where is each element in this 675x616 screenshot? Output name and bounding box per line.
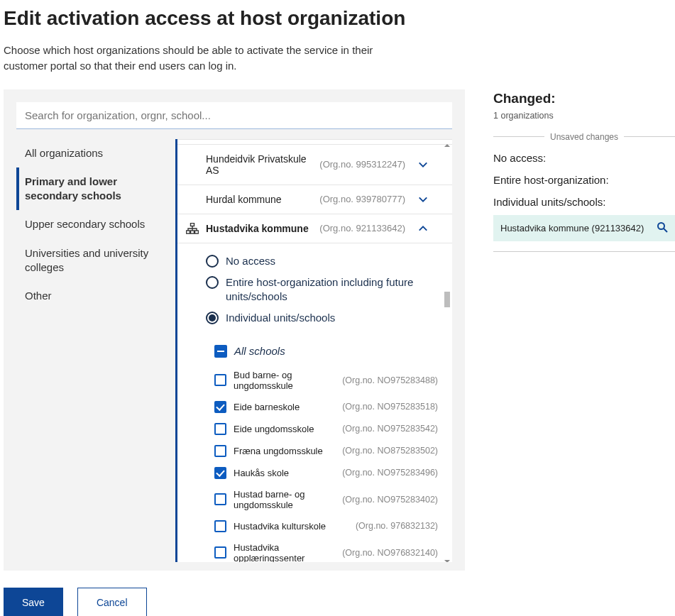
chevron-down-icon [418,160,428,170]
chip-label: Hustadvika kommune (921133642) [500,223,644,233]
search-icon [657,221,668,235]
school-row[interactable]: Bud barne- og ungdomsskule(Org.no. NO975… [214,365,441,396]
org-name: Hundeidvik Privatskule AS [206,153,319,176]
access-radio-group: No access Entire host-organization inclu… [177,243,452,336]
checkbox-icon [214,374,226,386]
school-row[interactable]: Eide ungdomsskole(Org.no. NO975283542) [214,418,441,440]
radio-no-access[interactable]: No access [206,251,441,272]
school-name: Bud barne- og ungdomsskule [234,370,335,391]
school-row[interactable]: Hustadvika opplæringssenter(Org.no. NO97… [214,537,441,562]
radio-label: No access [226,254,275,268]
scroll-down-icon[interactable] [444,555,451,562]
svg-rect-2 [191,231,194,233]
checkbox-icon [214,546,226,559]
svg-rect-0 [191,223,194,226]
scroll-up-icon[interactable] [444,139,451,146]
unsaved-divider: Unsaved changes [493,132,675,142]
school-name: Hustadvika opplæringssenter [234,542,335,562]
school-row[interactable]: Haukås skole(Org.no. NO975283496) [214,462,441,484]
school-name: Haukås skole [234,468,335,478]
school-number: (Org.no. NO975283488) [342,375,438,385]
section-individual: Individual units/schools: [493,196,675,208]
scroll-thumb[interactable] [444,292,450,307]
category-primary[interactable]: Primary and lower secondary schools [16,167,171,211]
school-number: (Org.no. NO975283496) [342,468,438,478]
org-row-hurdal[interactable]: Hurdal kommune (Org.no. 939780777) [177,185,452,214]
section-no-access: No access: [493,152,675,164]
all-schools-label: All schools [234,345,285,357]
cancel-button[interactable]: Cancel [77,588,147,617]
org-name: Hurdal kommune [206,194,319,205]
category-upper[interactable]: Upper secondary schools [16,210,171,238]
school-number: (Org.no. NO976832140) [342,548,438,558]
svg-rect-3 [195,231,199,233]
divider [493,251,675,252]
school-name: Hustad barne- og ungdomsskule [234,489,335,510]
svg-rect-1 [187,231,190,233]
selector-panel: All organizations Primary and lower seco… [4,89,465,571]
radio-individual[interactable]: Individual units/schools [206,307,441,329]
scrollbar[interactable] [444,139,451,562]
checkbox-icon [214,520,226,532]
school-list: All schools Bud barne- og ungdomsskule(O… [177,336,452,562]
checkbox-icon [214,423,226,435]
category-list: All organizations Primary and lower seco… [16,139,175,562]
school-row[interactable]: Hustadvika kulturskole(Org.no. 976832132… [214,515,441,537]
org-name: Hustadvika kommune [206,223,319,234]
category-university[interactable]: Universities and university colleges [16,239,171,282]
hierarchy-icon [186,223,199,236]
school-name: Fræna ungdomsskule [234,446,335,456]
section-entire: Entire host-organization: [493,174,675,186]
chevron-up-icon [418,224,428,233]
school-number: (Org.no. NO975283518) [342,402,438,412]
radio-entire-org[interactable]: Entire host-organization including futur… [206,272,441,308]
changes-panel: Changed: 1 organizations Unsaved changes… [493,89,675,262]
school-number: (Org.no. NO875283502) [342,446,438,456]
school-row[interactable]: Fræna ungdomsskule(Org.no. NO875283502) [214,440,441,462]
school-number: (Org.no. 976832132) [356,521,438,531]
page-intro: Choose which host organizations should b… [4,43,401,74]
radio-icon [206,276,219,289]
school-row[interactable]: Hustad barne- og ungdomsskule(Org.no. NO… [214,484,441,515]
checkbox-icon [214,445,226,457]
school-name: Eide ungdomsskole [234,424,335,434]
chevron-down-icon [418,194,428,204]
svg-point-4 [658,223,664,229]
org-row-hundeidvik[interactable]: Hundeidvik Privatskule AS (Org.no. 99531… [177,145,452,185]
checkbox-indeterminate-icon [214,345,227,358]
org-number: (Org.no. 939780777) [319,194,405,204]
organization-list: Hundeidvik Privatskule AS (Org.no. 99531… [175,139,452,562]
category-other[interactable]: Other [16,282,171,310]
radio-icon [206,312,219,324]
changed-org-chip[interactable]: Hustadvika kommune (921133642) [493,215,675,241]
org-row[interactable] [177,139,452,145]
school-name: Hustadvika kulturskole [234,521,349,532]
org-number: (Org.no. 921133642) [319,223,405,233]
checkbox-icon [214,401,226,413]
org-row-hustadvika[interactable]: Hustadvika kommune (Org.no. 921133642) [177,214,452,243]
changes-heading: Changed: [493,91,675,106]
changes-count: 1 organizations [493,111,675,121]
search-input[interactable] [16,102,452,129]
all-schools-toggle[interactable]: All schools [214,341,441,365]
checkbox-icon [214,467,226,479]
action-bar: Save Cancel [4,588,675,617]
radio-label: Entire host-organization including futur… [226,275,441,304]
school-number: (Org.no. NO975283402) [342,495,438,505]
school-name: Eide barneskole [234,402,335,412]
org-number: (Org.no. 995312247) [319,159,405,170]
school-number: (Org.no. NO975283542) [342,424,438,434]
page-title: Edit activation access at host organizat… [4,7,675,30]
radio-label: Individual units/schools [226,311,335,325]
radio-icon [206,255,219,268]
save-button[interactable]: Save [4,588,63,617]
school-row[interactable]: Eide barneskole(Org.no. NO975283518) [214,396,441,418]
category-all[interactable]: All organizations [16,139,171,167]
checkbox-icon [214,493,226,505]
